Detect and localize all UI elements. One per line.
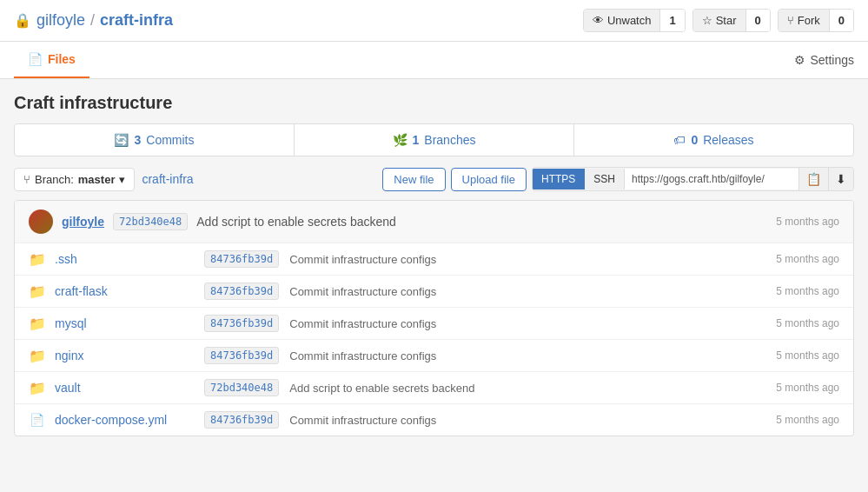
breadcrumb-link[interactable]: craft-infra [142, 172, 193, 186]
table-row: 📄 docker-compose.yml 84736fb39d Commit i… [15, 404, 853, 435]
stats-bar: 🔄 3 Commits 🌿 1 Branches 🏷 0 Releases [14, 123, 854, 156]
tab-bar: 📄 Files ⚙ Settings [0, 42, 868, 79]
folder-icon: 📁 [29, 349, 46, 363]
branch-name: master [78, 173, 116, 186]
commits-label: Commits [146, 133, 194, 147]
file-time: 5 months ago [776, 317, 839, 329]
commit-hash-link[interactable]: 72bd340e48 [113, 213, 188, 230]
folder-icon: 📁 [29, 252, 46, 267]
star-label[interactable]: ☆ Star [693, 10, 746, 31]
chevron-down-icon: ▾ [119, 173, 125, 186]
file-name-link[interactable]: mysql [55, 316, 87, 330]
copy-icon: 📋 [806, 172, 821, 186]
branch-selector: ⑂ Branch: master ▾ craft-infra [14, 168, 194, 191]
file-name: .ssh [55, 252, 194, 266]
file-type-icon: 📁 [29, 348, 44, 364]
commit-time: 5 months ago [776, 216, 839, 228]
file-type-icon: 📁 [29, 283, 44, 300]
releases-stat[interactable]: 🏷 0 Releases [574, 124, 853, 156]
releases-label: Releases [703, 133, 753, 147]
tab-files[interactable]: 📄 Files [14, 42, 89, 78]
new-file-button[interactable]: New file [382, 168, 445, 191]
fork-icon: ⑂ [787, 14, 794, 27]
file-time: 5 months ago [776, 349, 839, 362]
file-time: 5 months ago [776, 285, 839, 297]
lock-icon: 🔒 [14, 12, 31, 29]
commits-stat[interactable]: 🔄 3 Commits [15, 124, 295, 156]
files-icon: 📄 [28, 52, 43, 66]
branch-dropdown[interactable]: ⑂ Branch: master ▾ [14, 168, 135, 191]
releases-icon: 🏷 [673, 133, 686, 147]
unwatch-label[interactable]: 👁 Unwatch [584, 10, 661, 31]
file-time: 5 months ago [776, 414, 839, 426]
file-commit-hash[interactable]: 84736fb39d [204, 411, 279, 429]
clone-group: HTTPS SSH 📋 ⬇ [532, 167, 854, 191]
table-row: 📁 nginx 84736fb39d Commit infrastructure… [15, 340, 853, 372]
file-commit-message: Commit infrastructure configs [289, 317, 765, 330]
top-bar: 🔒 gilfoyle / craft-infra 👁 Unwatch 1 ☆ S… [0, 0, 868, 42]
branches-icon: 🌿 [393, 133, 407, 147]
avatar [29, 209, 53, 234]
download-button[interactable]: ⬇ [828, 168, 853, 190]
separator: / [90, 11, 95, 30]
branches-count: 1 [413, 133, 420, 147]
https-tab[interactable]: HTTPS [533, 169, 585, 189]
branches-stat[interactable]: 🌿 1 Branches [295, 124, 574, 156]
file-type-icon: 📄 [29, 413, 44, 427]
download-icon: ⬇ [836, 172, 846, 186]
file-name-link[interactable]: nginx [55, 349, 83, 362]
file-commit-hash[interactable]: 84736fb39d [204, 347, 279, 364]
commits-count: 3 [134, 133, 141, 147]
file-commit-message: Commit infrastructure configs [289, 349, 765, 362]
fork-label[interactable]: ⑂ Fork [779, 10, 830, 31]
reponame-link[interactable]: craft-infra [100, 11, 173, 30]
eye-icon: 👁 [593, 14, 604, 27]
commit-author-link[interactable]: gilfoyle [62, 215, 104, 229]
branch-icon: ⑂ [23, 173, 30, 186]
file-commit-hash[interactable]: 84736fb39d [204, 283, 279, 300]
latest-commit-row: gilfoyle 72bd340e48 Add script to enable… [15, 201, 853, 243]
file-name: vault [55, 381, 194, 395]
file-name: docker-compose.yml [55, 413, 194, 427]
username-link[interactable]: gilfoyle [36, 11, 85, 30]
ssh-tab[interactable]: SSH [585, 169, 625, 189]
settings-button[interactable]: ⚙ Settings [794, 53, 854, 67]
file-commit-hash[interactable]: 84736fb39d [204, 250, 279, 268]
file-commit-message: Commit infrastructure configs [289, 253, 765, 266]
unwatch-count: 1 [660, 10, 684, 31]
fork-button[interactable]: ⑂ Fork 0 [778, 9, 854, 32]
star-icon: ☆ [702, 14, 712, 27]
file-actions: New file Upload file HTTPS SSH 📋 ⬇ [382, 167, 854, 191]
upload-file-button[interactable]: Upload file [451, 168, 527, 191]
file-name-link[interactable]: vault [55, 381, 81, 395]
file-time: 5 months ago [776, 382, 839, 394]
file-name-link[interactable]: .ssh [55, 252, 77, 266]
file-name-link[interactable]: docker-compose.yml [55, 413, 167, 427]
gear-icon: ⚙ [794, 53, 805, 67]
main-content: Craft infrastructure 🔄 3 Commits 🌿 1 Bra… [0, 79, 868, 474]
branches-label: Branches [424, 133, 475, 147]
commit-message: Add script to enable secrets backend [196, 215, 767, 229]
file-type-icon: 📁 [29, 251, 44, 268]
repo-title: 🔒 gilfoyle / craft-infra [14, 11, 173, 30]
branch-label: Branch: [35, 173, 74, 186]
file-name-link[interactable]: craft-flask [55, 284, 108, 298]
page-title: Craft infrastructure [14, 93, 854, 113]
star-button[interactable]: ☆ Star 0 [692, 9, 771, 32]
star-count: 0 [746, 10, 770, 31]
file-commit-hash[interactable]: 72bd340e48 [204, 379, 279, 396]
table-row: 📁 vault 72bd340e48 Add script to enable … [15, 372, 853, 404]
unwatch-button[interactable]: 👁 Unwatch 1 [583, 9, 686, 32]
folder-icon: 📁 [29, 381, 46, 396]
folder-icon: 📁 [29, 284, 46, 299]
copy-url-button[interactable]: 📋 [798, 168, 828, 190]
file-rows-container: 📁 .ssh 84736fb39d Commit infrastructure … [15, 243, 853, 435]
table-row: 📁 craft-flask 84736fb39d Commit infrastr… [15, 276, 853, 308]
file-commit-message: Commit infrastructure configs [289, 285, 765, 298]
file-commit-message: Add script to enable secrets backend [289, 382, 765, 395]
file-name: craft-flask [55, 284, 194, 298]
file-commit-hash[interactable]: 84736fb39d [204, 315, 279, 332]
clone-url-input[interactable] [625, 169, 798, 189]
file-name: nginx [55, 349, 194, 362]
repo-actions-bar: ⑂ Branch: master ▾ craft-infra New file … [14, 167, 854, 191]
